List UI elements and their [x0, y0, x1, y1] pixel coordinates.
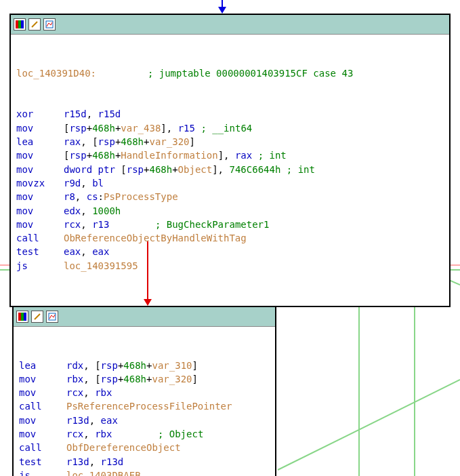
mnemonic: mov — [16, 190, 64, 203]
op-num: 468h — [92, 123, 115, 134]
edit-icon[interactable] — [28, 18, 41, 31]
op-plain: , — [83, 429, 95, 439]
color-block-icon[interactable] — [14, 18, 26, 31]
block-label: loc_140391D40: — [16, 68, 96, 79]
graph-icon[interactable] — [43, 18, 56, 31]
op-reg: rcx — [66, 429, 83, 439]
op-id: loc_140391595 — [64, 260, 138, 271]
op-cmt: ; int — [287, 164, 315, 175]
op-id: var_320 — [149, 136, 189, 147]
op-reg: rax — [235, 150, 252, 161]
mnemonic: movzx — [16, 176, 64, 190]
disasm-line[interactable]: callPsReferenceProcessFilePointer — [19, 399, 270, 413]
op-id: Object — [178, 164, 213, 175]
disasm-line[interactable]: jsloc_1403DBAEB — [19, 469, 270, 476]
op-reg: rsp — [127, 164, 144, 175]
op-plain: , — [81, 219, 92, 230]
op-reg: rbx — [95, 387, 112, 398]
op-reg: r9d — [64, 178, 81, 189]
svg-rect-12 — [18, 313, 21, 321]
mnemonic: mov — [19, 386, 66, 399]
mnemonic: xor — [16, 107, 64, 121]
op-cmt: ; int — [258, 150, 287, 161]
disasm-line[interactable]: jsloc_140391595 — [16, 259, 444, 273]
disasm-line[interactable]: movrcx, rbx ; Object — [19, 427, 270, 441]
disasm-block-1[interactable]: loc_140391D40: ; jumptable 0000000140391… — [9, 14, 451, 307]
op-plain: ], — [218, 150, 235, 161]
svg-rect-17 — [49, 313, 56, 320]
op-reg: r15d — [64, 108, 87, 119]
op-id: PsProcessType — [104, 191, 178, 202]
disasm-line[interactable]: leardx, [rsp+468h+var_310] — [19, 359, 270, 372]
mnemonic: mov — [19, 427, 66, 441]
disasm-line[interactable]: movedx, 1000h — [16, 204, 444, 218]
disasm-line[interactable]: xorr15d, r15d — [16, 107, 444, 121]
op-plain: , — [81, 246, 92, 257]
disasm-line[interactable]: testr13d, r13d — [19, 455, 270, 469]
mnemonic: mov — [16, 121, 64, 135]
flow-arrow-in — [218, 7, 226, 14]
mnemonic: lea — [19, 359, 66, 372]
op-reg: rsp — [101, 374, 118, 384]
op-reg: r13d — [66, 415, 89, 426]
edit-icon[interactable] — [31, 311, 43, 323]
op-reg: rbx — [66, 374, 83, 384]
mnemonic: mov — [16, 163, 64, 176]
block-titlebar — [14, 307, 275, 327]
op-plain: ], — [212, 164, 229, 175]
op-plain — [109, 219, 154, 230]
op-reg: rbx — [95, 429, 112, 439]
disasm-line[interactable]: callObfDereferenceObject — [19, 441, 270, 454]
disasm-line[interactable]: movrbx, [rsp+468h+var_320] — [19, 372, 270, 386]
disasm-code-2[interactable]: leardx, [rsp+468h+var_310]movrbx, [rsp+4… — [14, 327, 275, 476]
svg-rect-14 — [24, 313, 26, 321]
op-plain: + — [87, 123, 92, 134]
disasm-block-2[interactable]: leardx, [rsp+468h+var_310]movrbx, [rsp+4… — [12, 306, 276, 476]
disasm-code-1[interactable]: loc_140391D40: ; jumptable 0000000140391… — [11, 35, 449, 306]
disasm-line[interactable]: learax, [rsp+468h+var_320] — [16, 135, 444, 148]
flow-arrow-false — [144, 299, 152, 306]
op-plain: , [ — [83, 374, 100, 384]
op-reg: r15 — [178, 123, 195, 134]
block-titlebar — [11, 15, 449, 35]
disasm-line[interactable]: mov[rsp+468h+var_438], r15 ; __int64 — [16, 121, 444, 135]
mnemonic: call — [19, 399, 66, 413]
op-cmt: ; __int64 — [201, 123, 252, 134]
op-reg: rax — [64, 136, 81, 147]
mnemonic: mov — [16, 218, 64, 231]
op-id: var_438 — [121, 123, 161, 134]
op-reg: rcx — [64, 219, 81, 230]
op-reg: r13d — [66, 456, 89, 467]
mnemonic: lea — [16, 135, 64, 148]
op-reg: r8 — [64, 191, 75, 202]
disasm-line[interactable]: movrcx, r13 ; BugCheckParameter1 — [16, 218, 444, 231]
disasm-line[interactable]: movr13d, eax — [19, 414, 270, 427]
mnemonic: call — [19, 441, 66, 454]
color-block-icon[interactable] — [16, 311, 28, 323]
disasm-line[interactable]: movzxr9d, bl — [16, 176, 444, 190]
mnemonic: test — [16, 245, 64, 258]
svg-rect-8 — [21, 20, 24, 28]
svg-rect-13 — [21, 313, 24, 321]
op-plain: : — [98, 191, 104, 202]
op-num: 468h — [92, 150, 115, 161]
graph-icon[interactable] — [46, 311, 58, 323]
disasm-line[interactable]: mov[rsp+468h+HandleInformation], rax ; i… — [16, 148, 444, 162]
op-id: loc_1403DBAEB — [66, 470, 141, 476]
disasm-line[interactable]: movrcx, rbx — [19, 386, 270, 399]
op-reg: bl — [92, 178, 104, 189]
op-plain: [ — [115, 164, 127, 175]
svg-rect-7 — [18, 20, 21, 28]
op-id: ObReferenceObjectByHandleWithTag — [64, 233, 247, 243]
disasm-line[interactable]: movdword ptr [rsp+468h+Object], 746C6644… — [16, 163, 444, 176]
disasm-line[interactable]: testeax, eax — [16, 245, 444, 258]
mnemonic: mov — [16, 204, 64, 218]
op-num: 1000h — [92, 205, 121, 216]
disasm-line[interactable]: movr8, cs:PsProcessType — [16, 190, 444, 203]
op-reg: rsp — [69, 123, 86, 134]
op-reg: edx — [64, 205, 81, 216]
op-plain: , — [89, 415, 101, 426]
disasm-line[interactable]: callObReferenceObjectByHandleWithTag — [16, 231, 444, 245]
op-reg: rsp — [101, 360, 118, 371]
op-reg: eax — [64, 246, 81, 257]
